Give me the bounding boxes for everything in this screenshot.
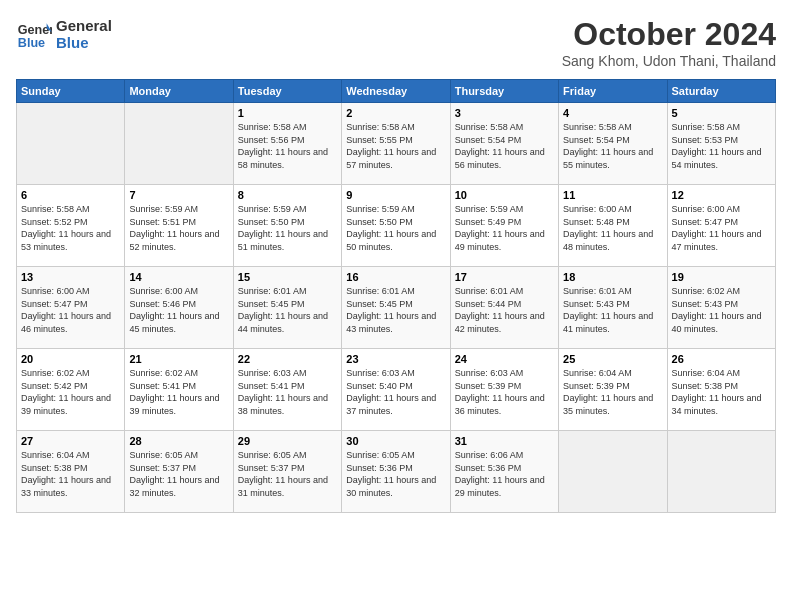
day-number: 27 [21,435,120,447]
weekday-header: Monday [125,80,233,103]
weekday-header: Saturday [667,80,775,103]
calendar-cell [17,103,125,185]
weekday-header: Wednesday [342,80,450,103]
day-number: 31 [455,435,554,447]
calendar-cell: 15Sunrise: 6:01 AMSunset: 5:45 PMDayligh… [233,267,341,349]
day-number: 7 [129,189,228,201]
calendar-cell: 5Sunrise: 5:58 AMSunset: 5:53 PMDaylight… [667,103,775,185]
day-info: Sunrise: 6:06 AMSunset: 5:36 PMDaylight:… [455,449,554,499]
calendar-body: 1Sunrise: 5:58 AMSunset: 5:56 PMDaylight… [17,103,776,513]
calendar-week: 1Sunrise: 5:58 AMSunset: 5:56 PMDaylight… [17,103,776,185]
day-info: Sunrise: 6:00 AMSunset: 5:46 PMDaylight:… [129,285,228,335]
calendar-cell: 26Sunrise: 6:04 AMSunset: 5:38 PMDayligh… [667,349,775,431]
calendar-cell: 12Sunrise: 6:00 AMSunset: 5:47 PMDayligh… [667,185,775,267]
calendar-week: 13Sunrise: 6:00 AMSunset: 5:47 PMDayligh… [17,267,776,349]
day-number: 11 [563,189,662,201]
calendar-cell: 23Sunrise: 6:03 AMSunset: 5:40 PMDayligh… [342,349,450,431]
day-info: Sunrise: 6:00 AMSunset: 5:47 PMDaylight:… [672,203,771,253]
day-number: 24 [455,353,554,365]
calendar-cell: 4Sunrise: 5:58 AMSunset: 5:54 PMDaylight… [559,103,667,185]
day-number: 20 [21,353,120,365]
calendar-cell: 11Sunrise: 6:00 AMSunset: 5:48 PMDayligh… [559,185,667,267]
calendar-cell: 24Sunrise: 6:03 AMSunset: 5:39 PMDayligh… [450,349,558,431]
day-info: Sunrise: 6:04 AMSunset: 5:38 PMDaylight:… [672,367,771,417]
calendar-cell: 8Sunrise: 5:59 AMSunset: 5:50 PMDaylight… [233,185,341,267]
day-info: Sunrise: 6:03 AMSunset: 5:39 PMDaylight:… [455,367,554,417]
day-info: Sunrise: 5:59 AMSunset: 5:51 PMDaylight:… [129,203,228,253]
day-info: Sunrise: 5:58 AMSunset: 5:55 PMDaylight:… [346,121,445,171]
calendar-table: SundayMondayTuesdayWednesdayThursdayFrid… [16,79,776,513]
day-info: Sunrise: 5:59 AMSunset: 5:49 PMDaylight:… [455,203,554,253]
day-number: 4 [563,107,662,119]
calendar-cell: 9Sunrise: 5:59 AMSunset: 5:50 PMDaylight… [342,185,450,267]
day-number: 16 [346,271,445,283]
day-number: 10 [455,189,554,201]
calendar-cell: 6Sunrise: 5:58 AMSunset: 5:52 PMDaylight… [17,185,125,267]
day-info: Sunrise: 6:05 AMSunset: 5:37 PMDaylight:… [129,449,228,499]
day-info: Sunrise: 5:58 AMSunset: 5:54 PMDaylight:… [455,121,554,171]
calendar-cell: 20Sunrise: 6:02 AMSunset: 5:42 PMDayligh… [17,349,125,431]
calendar-cell: 19Sunrise: 6:02 AMSunset: 5:43 PMDayligh… [667,267,775,349]
calendar-cell: 28Sunrise: 6:05 AMSunset: 5:37 PMDayligh… [125,431,233,513]
calendar-cell: 25Sunrise: 6:04 AMSunset: 5:39 PMDayligh… [559,349,667,431]
calendar-cell: 2Sunrise: 5:58 AMSunset: 5:55 PMDaylight… [342,103,450,185]
calendar-cell [559,431,667,513]
day-number: 25 [563,353,662,365]
day-info: Sunrise: 5:58 AMSunset: 5:54 PMDaylight:… [563,121,662,171]
day-number: 29 [238,435,337,447]
calendar-cell [125,103,233,185]
day-number: 23 [346,353,445,365]
logo-text: General Blue [56,17,112,51]
day-info: Sunrise: 5:59 AMSunset: 5:50 PMDaylight:… [346,203,445,253]
day-number: 1 [238,107,337,119]
day-number: 19 [672,271,771,283]
page-header: General Blue General Blue October 2024 S… [16,16,776,69]
weekday-header: Friday [559,80,667,103]
day-info: Sunrise: 6:00 AMSunset: 5:48 PMDaylight:… [563,203,662,253]
day-info: Sunrise: 6:01 AMSunset: 5:45 PMDaylight:… [238,285,337,335]
day-number: 18 [563,271,662,283]
day-info: Sunrise: 6:04 AMSunset: 5:39 PMDaylight:… [563,367,662,417]
day-number: 5 [672,107,771,119]
calendar-cell: 21Sunrise: 6:02 AMSunset: 5:41 PMDayligh… [125,349,233,431]
calendar-cell: 16Sunrise: 6:01 AMSunset: 5:45 PMDayligh… [342,267,450,349]
calendar-cell: 13Sunrise: 6:00 AMSunset: 5:47 PMDayligh… [17,267,125,349]
day-number: 13 [21,271,120,283]
calendar-header: SundayMondayTuesdayWednesdayThursdayFrid… [17,80,776,103]
logo-icon: General Blue [16,16,52,52]
calendar-cell: 17Sunrise: 6:01 AMSunset: 5:44 PMDayligh… [450,267,558,349]
calendar-cell: 7Sunrise: 5:59 AMSunset: 5:51 PMDaylight… [125,185,233,267]
calendar-week: 6Sunrise: 5:58 AMSunset: 5:52 PMDaylight… [17,185,776,267]
location: Sang Khom, Udon Thani, Thailand [562,53,776,69]
day-info: Sunrise: 5:58 AMSunset: 5:53 PMDaylight:… [672,121,771,171]
svg-text:Blue: Blue [18,36,45,50]
day-number: 26 [672,353,771,365]
day-info: Sunrise: 5:58 AMSunset: 5:56 PMDaylight:… [238,121,337,171]
day-info: Sunrise: 6:01 AMSunset: 5:43 PMDaylight:… [563,285,662,335]
calendar-cell: 3Sunrise: 5:58 AMSunset: 5:54 PMDaylight… [450,103,558,185]
day-info: Sunrise: 6:05 AMSunset: 5:37 PMDaylight:… [238,449,337,499]
calendar-week: 20Sunrise: 6:02 AMSunset: 5:42 PMDayligh… [17,349,776,431]
day-number: 30 [346,435,445,447]
day-info: Sunrise: 6:05 AMSunset: 5:36 PMDaylight:… [346,449,445,499]
day-info: Sunrise: 6:00 AMSunset: 5:47 PMDaylight:… [21,285,120,335]
calendar-cell: 14Sunrise: 6:00 AMSunset: 5:46 PMDayligh… [125,267,233,349]
title-block: October 2024 Sang Khom, Udon Thani, Thai… [562,16,776,69]
calendar-cell: 31Sunrise: 6:06 AMSunset: 5:36 PMDayligh… [450,431,558,513]
day-number: 9 [346,189,445,201]
day-number: 22 [238,353,337,365]
calendar-cell [667,431,775,513]
calendar-cell: 10Sunrise: 5:59 AMSunset: 5:49 PMDayligh… [450,185,558,267]
day-number: 21 [129,353,228,365]
day-info: Sunrise: 6:04 AMSunset: 5:38 PMDaylight:… [21,449,120,499]
weekday-header: Tuesday [233,80,341,103]
calendar-cell: 27Sunrise: 6:04 AMSunset: 5:38 PMDayligh… [17,431,125,513]
calendar-cell: 1Sunrise: 5:58 AMSunset: 5:56 PMDaylight… [233,103,341,185]
calendar-cell: 18Sunrise: 6:01 AMSunset: 5:43 PMDayligh… [559,267,667,349]
day-number: 17 [455,271,554,283]
day-number: 6 [21,189,120,201]
logo: General Blue General Blue [16,16,112,52]
calendar-week: 27Sunrise: 6:04 AMSunset: 5:38 PMDayligh… [17,431,776,513]
day-info: Sunrise: 5:58 AMSunset: 5:52 PMDaylight:… [21,203,120,253]
month-title: October 2024 [562,16,776,53]
